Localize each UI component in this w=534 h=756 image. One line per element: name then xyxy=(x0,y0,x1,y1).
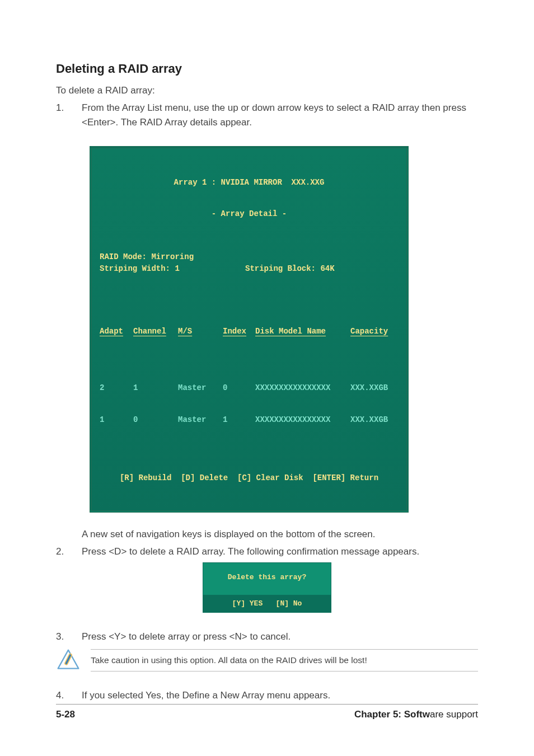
step-4: 4. If you selected Yes, the Define a New… xyxy=(56,688,478,703)
step-number: 3. xyxy=(56,630,67,644)
bios-title: Array 1 : NVIDIA MIRROR XXX.XXG xyxy=(100,177,399,188)
cell-channel: 0 xyxy=(133,415,178,425)
col-index: Index xyxy=(223,326,255,337)
bios-panel: Array 1 : NVIDIA MIRROR XXX.XXG - Array … xyxy=(90,146,409,513)
step-number-empty xyxy=(56,527,67,542)
step-3: 3. Press <Y> to delete array or press <N… xyxy=(56,630,478,644)
page-number: 5-28 xyxy=(56,709,75,720)
section-heading: Deleting a RAID array xyxy=(56,62,478,76)
caution-text: Take caution in using this option. All d… xyxy=(91,655,478,665)
chapter-bold: Chapter 5: Softw xyxy=(354,709,430,720)
chapter-rest: are support xyxy=(430,709,478,720)
cell-capacity: XXX.XXGB xyxy=(350,383,395,393)
step-text: Press <Y> to delete array or press <N> t… xyxy=(82,630,478,644)
table-row: 2 1 Master 0 XXXXXXXXXXXXXXXX XXX.XXGB xyxy=(100,383,399,393)
caution-icon xyxy=(56,648,81,673)
dialog-question: Delete this array? xyxy=(203,563,331,595)
bios-footer-keys: [R] Rebuild [D] Delete [C] Clear Disk [E… xyxy=(100,473,399,483)
col-ms: M/S xyxy=(178,326,223,337)
step-2: 2. Press <D> to delete a RAID array. The… xyxy=(56,544,478,559)
striping-width: Striping Width: 1 xyxy=(100,264,245,274)
cell-model: XXXXXXXXXXXXXXXX xyxy=(255,383,350,393)
step-text: A new set of navigation keys is displaye… xyxy=(82,527,478,542)
intro-text: To delete a RAID array: xyxy=(56,85,478,96)
cell-index: 1 xyxy=(223,415,255,425)
col-adapt: Adapt xyxy=(100,326,133,337)
step-text: From the Array List menu, use the up or … xyxy=(82,101,478,129)
cell-channel: 1 xyxy=(133,383,178,393)
step-number: 1. xyxy=(56,101,67,129)
step-1b: A new set of navigation keys is displaye… xyxy=(56,527,478,542)
cell-adapt: 1 xyxy=(100,415,133,425)
page-footer: 5-28 Chapter 5: Software support xyxy=(56,704,478,720)
cell-model: XXXXXXXXXXXXXXXX xyxy=(255,415,350,425)
caution-note: Take caution in using this option. All d… xyxy=(56,648,478,673)
caution-text-wrap: Take caution in using this option. All d… xyxy=(91,649,478,672)
col-model: Disk Model Name xyxy=(255,326,350,337)
disk-table: Adapt Channel M/S Index Disk Model Name … xyxy=(100,306,399,447)
striping-block: Striping Block: 64K xyxy=(245,264,335,274)
chapter-label: Chapter 5: Software support xyxy=(354,709,478,720)
step-number: 2. xyxy=(56,544,67,559)
bios-content: Array 1 : NVIDIA MIRROR XXX.XXG - Array … xyxy=(92,148,406,510)
col-channel: Channel xyxy=(133,326,178,337)
col-capacity: Capacity xyxy=(350,326,395,337)
cell-ms: Master xyxy=(178,383,223,393)
table-row: 1 0 Master 1 XXXXXXXXXXXXXXXX XXX.XXGB xyxy=(100,415,399,425)
cell-index: 0 xyxy=(223,383,255,393)
step-number: 4. xyxy=(56,688,67,703)
step-text: If you selected Yes, the Define a New Ar… xyxy=(82,688,478,703)
bios-subtitle: - Array Detail - xyxy=(100,209,399,219)
table-header: Adapt Channel M/S Index Disk Model Name … xyxy=(100,326,399,337)
raid-mode: RAID Mode: Mirroring xyxy=(100,252,399,262)
confirm-dialog: Delete this array? [Y] YES [N] No xyxy=(203,562,331,613)
dialog-options: [Y] YES [N] No xyxy=(203,595,331,612)
step-1: 1. From the Array List menu, use the up … xyxy=(56,101,478,129)
cell-adapt: 2 xyxy=(100,383,133,393)
cell-ms: Master xyxy=(178,415,223,425)
cell-capacity: XXX.XXGB xyxy=(350,415,395,425)
raid-info: RAID Mode: Mirroring Striping Width: 1 S… xyxy=(100,252,399,274)
step-text: Press <D> to delete a RAID array. The fo… xyxy=(82,544,478,559)
